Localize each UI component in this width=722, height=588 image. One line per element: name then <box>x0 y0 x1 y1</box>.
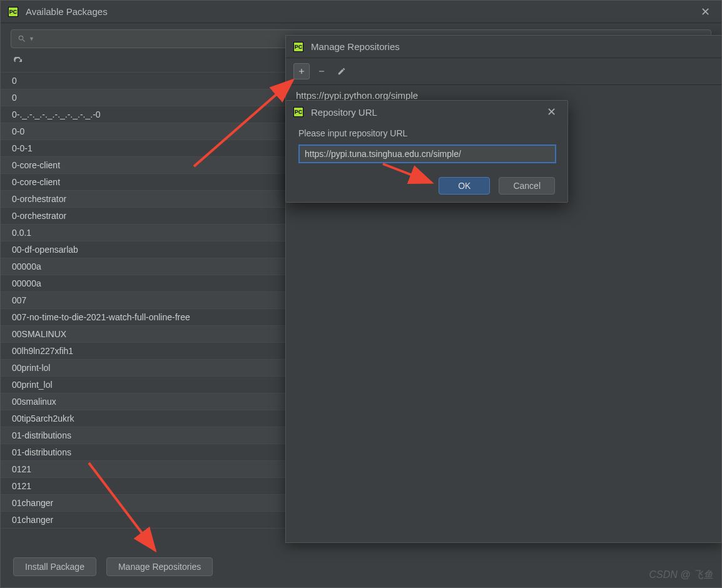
ok-button[interactable]: OK <box>439 177 490 195</box>
package-name: 0-0 <box>12 126 24 136</box>
package-name: 00SMALINUX <box>12 329 66 339</box>
main-title-bar: PC Available Packages ✕ <box>1 1 721 23</box>
package-name: 00print-lol <box>12 363 50 373</box>
package-name: 01-distributions <box>12 447 71 457</box>
package-name: 00000a <box>12 261 41 271</box>
watermark: CSDN @ 飞鱼 <box>649 569 713 582</box>
package-name: 0-core-client <box>12 177 60 187</box>
url-buttons: OK Cancel <box>286 168 567 203</box>
repo-title-bar: PC Manage Repositories <box>286 36 721 58</box>
url-label: Please input repository URL <box>298 128 555 138</box>
package-name: 007 <box>12 295 26 305</box>
package-name: 0-._.-._.-._.-._.-._.-._.-0 <box>12 109 101 119</box>
url-dialog-title: Repository URL <box>311 107 543 118</box>
pycharm-icon: PC <box>293 42 303 52</box>
chevron-down-icon: ▼ <box>29 36 34 42</box>
search-icon <box>18 34 26 43</box>
package-name: 0-core-client <box>12 160 60 170</box>
package-name: 0 <box>12 76 17 86</box>
main-title: Available Packages <box>26 6 697 17</box>
package-name: 00-df-opensarlab <box>12 245 78 255</box>
url-body: Please input repository URL <box>286 123 567 168</box>
package-name: 007-no-time-to-die-2021-watch-full-onlin… <box>12 312 190 322</box>
manage-repositories-button[interactable]: Manage Repositories <box>106 557 213 576</box>
package-name: 0 <box>12 93 17 103</box>
add-icon[interactable] <box>293 63 310 79</box>
repository-url-dialog: PC Repository URL ✕ Please input reposit… <box>285 100 568 203</box>
close-icon[interactable]: ✕ <box>697 5 714 19</box>
edit-icon[interactable] <box>333 63 350 79</box>
refresh-icon[interactable] <box>11 54 26 69</box>
package-name: 00lh9ln227xfih1 <box>12 346 73 356</box>
pycharm-icon: PC <box>293 107 303 117</box>
package-name: 0.0.1 <box>12 228 31 238</box>
package-name: 0-0-1 <box>12 143 33 153</box>
install-package-button[interactable]: Install Package <box>13 557 96 576</box>
pycharm-icon: PC <box>8 7 18 17</box>
package-name: 01-distributions <box>12 430 71 440</box>
package-name: 0121 <box>12 481 31 491</box>
package-name: 0-orchestrator <box>12 211 66 221</box>
bottom-bar: Install Package Manage Repositories <box>13 557 213 576</box>
repository-url-input[interactable] <box>298 144 556 163</box>
close-icon[interactable]: ✕ <box>543 105 560 119</box>
remove-icon[interactable] <box>313 63 330 79</box>
package-name: 00smalinux <box>12 397 56 407</box>
package-name: 0-orchestrator <box>12 194 66 204</box>
package-name: 00tip5arch2ukrk <box>12 413 74 423</box>
package-name: 00print_lol <box>12 380 53 390</box>
repo-title: Manage Repositories <box>311 41 714 52</box>
package-name: 01changer <box>12 515 53 525</box>
url-title-bar: PC Repository URL ✕ <box>286 101 567 123</box>
cancel-button[interactable]: Cancel <box>499 177 555 195</box>
repo-toolbar <box>286 58 721 85</box>
package-name: 0121 <box>12 464 31 474</box>
package-name: 00000a <box>12 278 41 288</box>
package-name: 01changer <box>12 498 53 508</box>
